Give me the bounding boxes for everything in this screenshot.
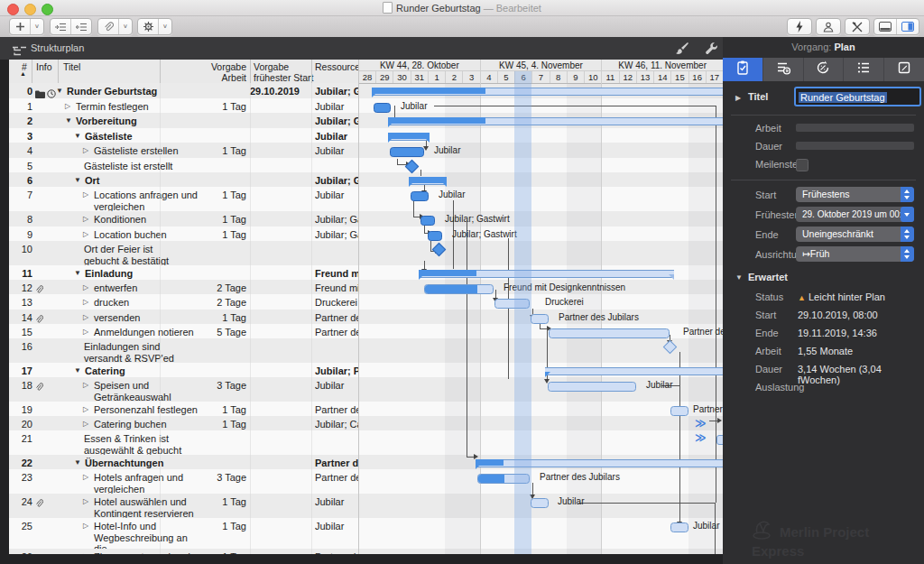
gantt-task-bar[interactable]	[374, 103, 391, 113]
sort-indicator-icon[interactable]: ▲	[20, 70, 26, 77]
task-resources: Partner des J	[315, 472, 358, 484]
collapse-triangle-icon[interactable]: ▼	[74, 269, 81, 277]
clipboard-check-icon	[735, 60, 751, 79]
gantt-task-bar[interactable]	[549, 328, 670, 338]
gantt-group-bar[interactable]	[476, 459, 723, 467]
offscreen-indicator-icon[interactable]: ≫	[695, 433, 707, 442]
add-button[interactable]	[10, 19, 31, 34]
gantt-task-bar[interactable]	[420, 216, 435, 226]
gantt-task-bar[interactable]	[494, 299, 530, 309]
outdent-icon[interactable]	[71, 19, 91, 34]
ende-popup[interactable]: Uneingeschränkt	[796, 227, 914, 242]
dauer-field[interactable]	[796, 142, 914, 150]
leaf-triangle-icon[interactable]: ▷	[83, 313, 88, 321]
collapse-triangle-icon[interactable]: ▼	[74, 366, 81, 374]
actions-button[interactable]	[787, 18, 812, 35]
erwartet-disclosure-icon[interactable]: ▼	[735, 273, 743, 282]
meilenstein-checkbox[interactable]	[796, 159, 808, 171]
gantt-group-bar[interactable]	[545, 367, 723, 375]
col-header-info[interactable]: Info	[36, 61, 52, 72]
arbeit-field[interactable]	[796, 124, 914, 132]
leaf-triangle-icon[interactable]: ▷	[83, 146, 88, 154]
task-resources: Druckerei	[315, 297, 358, 309]
gantt-task-bar[interactable]	[548, 382, 636, 392]
leaf-triangle-icon[interactable]: ▷	[83, 190, 88, 199]
task-work: 1 Tag	[162, 419, 246, 430]
group-cap	[441, 181, 447, 187]
week-header-cell[interactable]: KW 44, 28. Oktober	[358, 60, 480, 71]
titel-input[interactable]: Runder Geburtstag	[794, 87, 921, 106]
collapse-triangle-icon[interactable]: ▼	[65, 116, 72, 125]
gantt-task-bar[interactable]	[424, 284, 494, 294]
gantt-task-bar[interactable]	[670, 522, 688, 532]
task-resources: Jubilar	[315, 131, 358, 143]
col-header-arbeit[interactable]: VorgabeArbeit	[162, 61, 246, 83]
leaf-triangle-icon[interactable]: ▷	[83, 298, 88, 306]
add-menu-chevron-icon[interactable]: ∨	[31, 19, 43, 34]
leaf-triangle-icon[interactable]: ▷	[83, 328, 88, 336]
leaf-triangle-icon[interactable]: ▷	[83, 405, 88, 413]
titel-disclosure-icon[interactable]: ▶	[735, 94, 741, 102]
day-header-cell: 31	[411, 71, 428, 83]
collapse-triangle-icon[interactable]: ▼	[74, 132, 81, 140]
start-popup[interactable]: Frühestens	[796, 187, 914, 202]
gantt-task-bar[interactable]	[390, 147, 424, 157]
ausrichtung-popup[interactable]: ↦Früh	[796, 246, 914, 262]
settings-menu-chevron-icon[interactable]: ∨	[159, 19, 171, 34]
task-resources: Jubilar; Gast	[315, 175, 358, 187]
tab-vorgang[interactable]	[723, 58, 763, 81]
gantt-task-bar[interactable]	[670, 406, 688, 416]
gantt-milestone[interactable]	[432, 243, 447, 257]
tab-fortschritt[interactable]	[804, 58, 845, 81]
outline-view-icon[interactable]	[13, 43, 26, 60]
gear-icon[interactable]	[138, 19, 159, 34]
leaf-triangle-icon[interactable]: ▷	[83, 381, 88, 389]
paperclip-icon[interactable]	[98, 19, 119, 34]
resources-button[interactable]	[816, 18, 841, 35]
row-number: 9	[9, 229, 32, 241]
tab-gliederung[interactable]	[844, 58, 884, 81]
week-header-cell[interactable]: KW 46, 11. November	[601, 60, 723, 71]
fruehestens-date-field[interactable]: 29. Oktober 2019 um 00:00	[796, 207, 914, 222]
collapse-triangle-icon[interactable]: ▼	[56, 87, 63, 95]
utilities-button[interactable]	[845, 18, 870, 35]
leaf-triangle-icon[interactable]: ▷	[83, 230, 88, 238]
leaf-triangle-icon[interactable]: ▷	[83, 420, 88, 428]
col-header-titel[interactable]: Titel	[63, 61, 80, 72]
leaf-triangle-icon[interactable]: ▷	[83, 473, 88, 481]
panel-right-icon[interactable]	[897, 19, 919, 34]
panel-bottom-icon[interactable]	[874, 19, 897, 34]
status-value: ▲ Leicht hinter Plan	[798, 291, 885, 302]
task-work: 1 Tag	[162, 101, 246, 113]
week-header-cell[interactable]: KW 45, 4. November	[480, 60, 602, 71]
brush-icon[interactable]	[675, 42, 688, 59]
offscreen-indicator-icon[interactable]: ≫	[695, 419, 707, 428]
col-header-start[interactable]: Vorgabefrühester Start	[254, 61, 314, 83]
gantt-task-bar[interactable]	[716, 435, 723, 445]
tab-notizen[interactable]	[884, 58, 924, 81]
wrench-icon[interactable]	[705, 42, 718, 59]
collapse-triangle-icon[interactable]: ▼	[74, 176, 81, 184]
view-label[interactable]: Strukturplan	[31, 42, 84, 53]
leaf-triangle-icon[interactable]: ▷	[83, 552, 88, 554]
gantt-task-bar[interactable]	[531, 314, 549, 324]
attach-menu-chevron-icon[interactable]: ∨	[119, 19, 132, 34]
indent-icon[interactable]	[51, 19, 71, 34]
gantt-group-bar[interactable]	[372, 88, 723, 96]
leaf-triangle-icon[interactable]: ▷	[83, 215, 88, 223]
tab-finanzen[interactable]	[763, 58, 804, 81]
gantt-task-bar[interactable]	[411, 191, 429, 201]
leaf-triangle-icon[interactable]: ▷	[83, 283, 88, 291]
leaf-triangle-icon[interactable]: ▷	[83, 522, 88, 530]
leaf-triangle-icon[interactable]: ▷	[65, 102, 70, 110]
bar-resource-label: Partner des J	[683, 327, 723, 337]
gantt-task-bar[interactable]	[477, 474, 530, 484]
collapse-triangle-icon[interactable]: ▼	[74, 458, 81, 467]
row-number: 7	[9, 190, 32, 201]
gantt-group-bar[interactable]	[388, 117, 723, 125]
leaf-triangle-icon[interactable]: ▷	[83, 497, 88, 505]
gantt-milestone[interactable]	[663, 340, 678, 355]
gantt-group-bar[interactable]	[419, 270, 674, 278]
gantt-task-bar[interactable]	[428, 231, 442, 241]
gantt-task-bar[interactable]	[531, 498, 549, 508]
